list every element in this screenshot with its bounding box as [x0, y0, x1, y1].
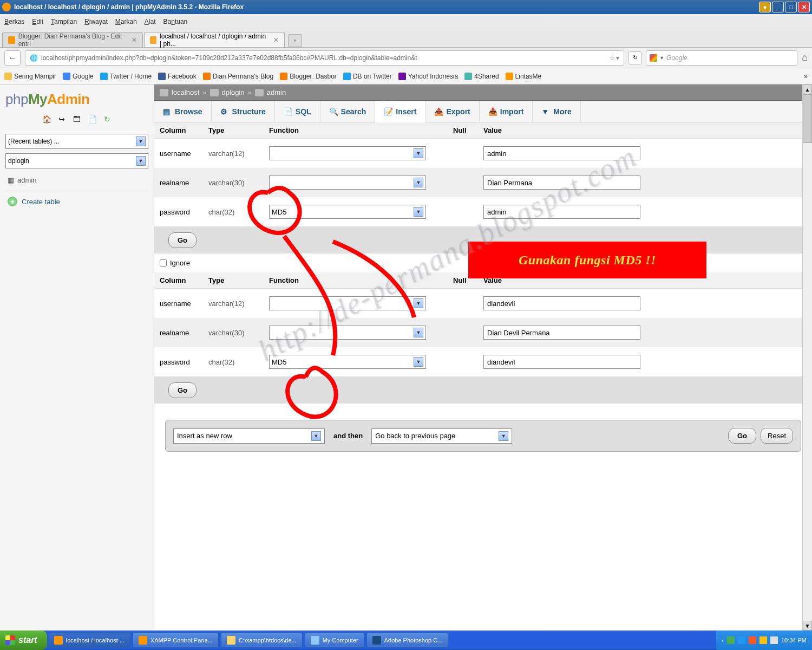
tab-structure[interactable]: ⚙Structure — [212, 101, 275, 122]
value-input[interactable] — [483, 296, 640, 310]
table-row: realname varchar(30) ▼ — [154, 168, 812, 197]
window-minimize-button[interactable]: _ — [772, 2, 784, 12]
home-button[interactable]: ⌂ — [802, 52, 808, 63]
vertical-scrollbar[interactable]: ▲ ▼ — [802, 84, 812, 630]
function-select[interactable]: ▼ — [269, 296, 426, 310]
bookmark-blogger-dasbor[interactable]: Blogger: Dasbor — [280, 73, 337, 80]
scroll-up-button[interactable]: ▲ — [803, 84, 812, 94]
firefox-icon — [2, 3, 11, 11]
reload-button[interactable]: ↻ — [628, 51, 641, 64]
breadcrumb: localhost » dplogin » admin — [154, 84, 812, 101]
bookmark-dian-blog[interactable]: Dian Permana's Blog — [203, 73, 273, 80]
menu-alat[interactable]: Alat — [145, 18, 156, 25]
window-maximize-button[interactable]: □ — [785, 2, 797, 12]
url-text: localhost/phpmyadmin/index.php?db=dplogi… — [41, 54, 607, 62]
menu-riwayat[interactable]: Riwayat — [84, 18, 108, 25]
go-button[interactable]: Go — [168, 382, 197, 398]
sidebar-table-admin[interactable]: ▦ admin — [5, 173, 148, 187]
go-button[interactable]: Go — [728, 428, 756, 444]
scroll-thumb[interactable] — [803, 94, 812, 143]
reset-button[interactable]: Reset — [761, 428, 793, 444]
back-button[interactable]: ← — [4, 50, 21, 66]
function-select[interactable]: ▼ — [269, 176, 426, 190]
taskbar-item-explorer[interactable]: C:\xampp\htdocs\de... — [221, 633, 303, 648]
tab-import[interactable]: 📥Import — [480, 101, 533, 122]
menu-bantuan[interactable]: Bantuan — [163, 18, 188, 25]
value-input[interactable] — [483, 355, 640, 369]
breadcrumb-table[interactable]: admin — [267, 88, 286, 96]
recent-tables-select[interactable]: (Recent tables) ... ▼ — [5, 134, 148, 149]
scroll-down-button[interactable]: ▼ — [803, 621, 812, 630]
value-input[interactable] — [483, 326, 640, 340]
go-button[interactable]: Go — [168, 232, 197, 248]
favorite-icon[interactable]: ☆ — [609, 54, 615, 62]
dropdown-icon[interactable]: ▾ — [616, 54, 619, 62]
url-input[interactable]: 🌐 localhost/phpmyadmin/index.php?db=dplo… — [25, 50, 624, 66]
taskbar-item-photoshop[interactable]: Adobe Photoshop C... — [366, 633, 449, 648]
menu-markah[interactable]: Markah — [115, 18, 137, 25]
bookmark-label: Google — [73, 73, 94, 80]
function-select[interactable]: ▼ — [269, 146, 426, 160]
start-label: start — [18, 635, 37, 645]
tab-insert[interactable]: 📝Insert — [375, 101, 425, 122]
create-table-button[interactable]: + Create table — [5, 191, 148, 212]
tab-search[interactable]: 🔍Search — [320, 101, 376, 122]
insert-mode-label: Insert as new row — [177, 432, 232, 440]
bookmark-icon — [343, 73, 351, 80]
taskbar-item-xampp[interactable]: XAMPP Control Pane... — [133, 633, 219, 648]
menu-berkas[interactable]: Berkas — [4, 18, 24, 25]
breadcrumb-db[interactable]: dplogin — [222, 88, 245, 96]
value-input[interactable] — [483, 205, 640, 219]
menu-edit[interactable]: Edit — [32, 18, 43, 25]
database-select[interactable]: dplogin ▼ — [5, 153, 148, 168]
bookmark-facebook[interactable]: Facebook — [158, 73, 197, 80]
menu-tampilan[interactable]: Tampilan — [51, 18, 77, 25]
tab-phpmyadmin[interactable]: localhost / localhost / dplogin / admin … — [144, 32, 285, 47]
logout-icon[interactable]: ↪ — [57, 114, 67, 124]
tab-blogger[interactable]: Blogger: Dian Permana's Blog - Edit entr… — [2, 32, 143, 47]
insert-mode-select[interactable]: Insert as new row ▼ — [173, 428, 325, 444]
reload-icon[interactable]: ↻ — [102, 114, 112, 124]
bookmark-4shared[interactable]: 4Shared — [464, 73, 499, 80]
search-input[interactable]: ▼ Google — [646, 50, 797, 66]
and-then-label: and then — [333, 432, 363, 440]
ignore-checkbox[interactable] — [160, 259, 167, 266]
tab-more[interactable]: ▼More — [533, 101, 580, 122]
bookmark-google[interactable]: Google — [63, 73, 94, 80]
after-insert-select[interactable]: Go back to previous page ▼ — [371, 428, 512, 444]
taskbar-item-mycomputer[interactable]: My Computer — [305, 633, 364, 648]
tray-chevron-icon[interactable]: ‹ — [722, 637, 724, 644]
bookmark-lintasme[interactable]: LintasMe — [506, 73, 542, 80]
tray-icon[interactable] — [759, 636, 767, 644]
query-window-icon[interactable]: 🗔 — [72, 114, 82, 124]
function-select[interactable]: MD5▼ — [269, 355, 426, 369]
globe-icon: 🌐 — [30, 54, 38, 62]
docs-icon[interactable]: 📄 — [87, 114, 97, 124]
value-input[interactable] — [483, 146, 640, 160]
tab-browse[interactable]: ▦Browse — [154, 101, 212, 122]
bookmark-db-twitter[interactable]: DB on Twitter — [343, 73, 392, 80]
start-button[interactable]: start — [0, 630, 47, 650]
close-icon[interactable]: ✕ — [273, 36, 279, 44]
bookmark-yahoo[interactable]: Yahoo! Indonesia — [398, 73, 459, 80]
function-select[interactable]: ▼ — [269, 326, 426, 340]
function-select[interactable]: MD5▼ — [269, 205, 426, 219]
tray-icon[interactable] — [727, 636, 735, 644]
breadcrumb-host[interactable]: localhost — [172, 88, 199, 96]
window-help-button[interactable]: ● — [759, 2, 771, 12]
window-close-button[interactable]: ✕ — [798, 2, 810, 12]
tab-sql[interactable]: 📄SQL — [275, 101, 320, 122]
taskbar-item-firefox[interactable]: localhost / localhost ... — [48, 633, 130, 648]
close-icon[interactable]: ✕ — [132, 36, 137, 44]
tray-icon[interactable] — [749, 636, 756, 644]
tab-export[interactable]: 📤Export — [425, 101, 479, 122]
value-input[interactable] — [483, 176, 640, 190]
tray-clock[interactable]: 10:34 PM — [781, 637, 807, 644]
new-tab-button[interactable]: + — [288, 34, 302, 47]
volume-icon[interactable] — [770, 636, 778, 644]
bookmark-twitter[interactable]: Twitter / Home — [100, 73, 152, 80]
home-icon[interactable]: 🏠 — [42, 114, 51, 124]
tray-icon[interactable] — [738, 636, 745, 644]
bookmark-sering-mampir[interactable]: Sering Mampir — [4, 73, 56, 80]
bookmarks-overflow-button[interactable]: » — [804, 73, 808, 80]
